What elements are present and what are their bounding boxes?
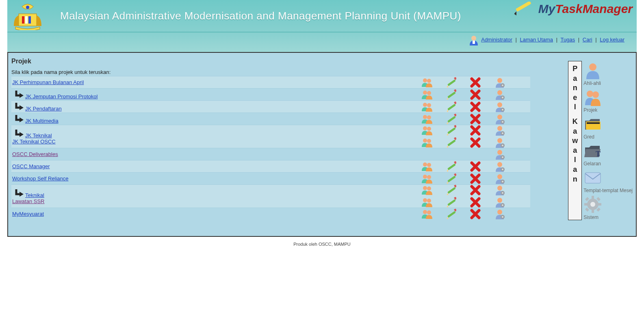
project-link[interactable]: MyMesyuarat — [12, 211, 44, 217]
edit-icon[interactable] — [445, 89, 457, 100]
delete-icon[interactable] — [469, 197, 481, 208]
footer-text: Produk oleh OSCC, MAMPU — [7, 237, 637, 255]
delete-icon[interactable] — [469, 185, 481, 195]
admin-icon[interactable] — [494, 137, 506, 148]
admin-icon[interactable] — [494, 89, 506, 100]
panel-item-system[interactable]: Sistem — [583, 195, 633, 220]
members-icon[interactable] — [421, 197, 433, 208]
person-icon — [583, 61, 602, 80]
edit-icon[interactable] — [445, 137, 457, 148]
table-row: MyMesyuarat — [11, 208, 530, 220]
project-link[interactable]: JK Pendaftaran — [25, 106, 62, 112]
admin-icon[interactable] — [494, 125, 506, 136]
delete-icon[interactable] — [469, 89, 481, 100]
panel-title: P a n e l K a w a l a n — [568, 61, 582, 220]
project-link[interactable]: Teknikal — [25, 192, 44, 198]
admin-icon[interactable] — [494, 77, 506, 88]
delete-icon[interactable] — [469, 77, 481, 88]
table-row: OSCC Manager — [11, 160, 530, 172]
table-row: JK Multimedia — [11, 113, 530, 125]
nav-administrator[interactable]: Administrator — [481, 37, 512, 43]
edit-icon[interactable] — [445, 125, 457, 136]
nav-home[interactable]: Laman Utama — [520, 37, 553, 43]
panel-item-project[interactable]: Projek — [583, 88, 633, 113]
edit-icon[interactable] — [445, 161, 457, 172]
top-nav: Administrator | Laman Utama | Tugas | Ca… — [7, 32, 637, 52]
header-title: Malaysian Administrative Modernisation a… — [60, 10, 461, 22]
project-link[interactable]: JK Multimedia — [25, 118, 59, 124]
project-link[interactable]: JK Teknikal — [25, 132, 52, 139]
delete-icon[interactable] — [469, 125, 481, 136]
edit-icon[interactable] — [445, 102, 457, 112]
folder-icon — [583, 115, 602, 133]
user-avatar-icon — [468, 35, 479, 45]
header-banner: Malaysian Administrative Modernisation a… — [7, 0, 637, 32]
members-icon[interactable] — [421, 173, 433, 184]
table-row: JK Teknikal JK Teknikal OSCC — [11, 125, 530, 148]
table-row: Workshop Self Reliance — [11, 172, 530, 184]
gear-icon — [583, 195, 602, 214]
edit-icon[interactable] — [445, 77, 457, 88]
content-frame: Projek Sila klik pada nama projek untuk … — [7, 52, 637, 237]
edit-icon[interactable] — [445, 173, 457, 184]
members-icon[interactable] — [421, 114, 433, 124]
control-panel: P a n e l K a w a l a n A — [568, 61, 633, 220]
admin-icon[interactable] — [494, 197, 506, 208]
crest-logo — [11, 2, 44, 30]
delete-icon[interactable] — [469, 137, 481, 148]
nav-logout[interactable]: Log keluar — [600, 37, 624, 43]
admin-icon[interactable] — [494, 149, 506, 160]
project-link[interactable]: JK Teknikal OSCC — [12, 139, 56, 145]
indent-arrow-icon — [15, 188, 24, 198]
admin-icon[interactable] — [494, 114, 506, 124]
page-title: Projek — [11, 58, 530, 65]
folder-title-icon — [583, 141, 602, 160]
indent-arrow-icon — [15, 102, 24, 112]
panel-item-msg-templates[interactable]: Templat-templat Mesej — [583, 168, 633, 193]
people-icon — [583, 88, 602, 106]
members-icon[interactable] — [421, 137, 433, 148]
table-row: JK Jemputan Promosi Protokol — [11, 88, 530, 100]
indent-arrow-icon — [15, 90, 24, 100]
edit-icon[interactable] — [445, 197, 457, 208]
app-logo: MyTaskManager — [514, 2, 633, 18]
edit-icon[interactable] — [445, 185, 457, 195]
indent-arrow-icon — [15, 129, 24, 139]
panel-item-grade[interactable]: Gred — [583, 115, 633, 140]
edit-icon[interactable] — [445, 209, 457, 219]
project-link[interactable]: OSCC Manager — [12, 163, 50, 169]
project-link[interactable]: JK Jemputan Promosi Protokol — [25, 93, 98, 100]
delete-icon[interactable] — [469, 102, 481, 112]
delete-icon[interactable] — [469, 209, 481, 219]
admin-icon[interactable] — [494, 161, 506, 172]
members-icon[interactable] — [421, 125, 433, 136]
members-icon[interactable] — [421, 102, 433, 112]
edit-icon[interactable] — [445, 114, 457, 124]
project-link[interactable]: JK Perhimpunan Bulanan April — [12, 79, 84, 85]
nav-tasks[interactable]: Tugas — [561, 37, 575, 43]
table-row: JK Perhimpunan Bulanan April — [11, 76, 530, 88]
admin-icon[interactable] — [494, 173, 506, 184]
admin-icon[interactable] — [494, 185, 506, 195]
panel-item-title[interactable]: Gelaran — [583, 141, 633, 167]
indent-arrow-icon — [15, 114, 24, 124]
members-icon[interactable] — [421, 185, 433, 195]
project-link[interactable]: Workshop Self Reliance — [12, 175, 69, 182]
page-hint: Sila klik pada nama projek untuk teruska… — [11, 69, 530, 75]
table-row: OSCC Deliverables — [11, 148, 530, 160]
delete-icon[interactable] — [469, 114, 481, 124]
table-row: JK Pendaftaran — [11, 100, 530, 113]
admin-icon[interactable] — [494, 102, 506, 112]
admin-icon[interactable] — [494, 209, 506, 219]
members-icon[interactable] — [421, 77, 433, 88]
members-icon[interactable] — [421, 89, 433, 100]
table-row: Teknikal Lawatan SSR — [11, 184, 530, 208]
panel-item-members[interactable]: Ahli-ahli — [583, 61, 633, 86]
members-icon[interactable] — [421, 161, 433, 172]
members-icon[interactable] — [421, 209, 433, 219]
project-link[interactable]: Lawatan SSR — [12, 198, 45, 204]
project-link[interactable]: OSCC Deliverables — [12, 151, 58, 157]
nav-search[interactable]: Cari — [583, 37, 592, 43]
delete-icon[interactable] — [469, 173, 481, 184]
delete-icon[interactable] — [469, 161, 481, 172]
